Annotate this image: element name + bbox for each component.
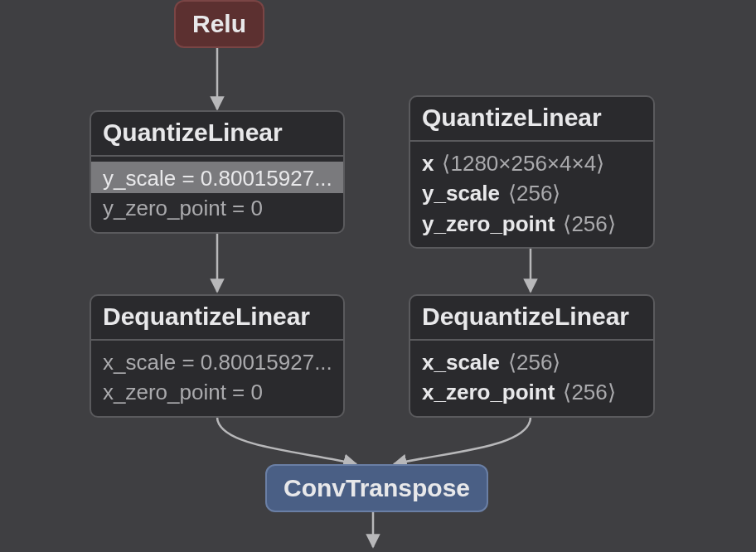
- node-quantize-left-body: y_scale = 0.80015927... y_zero_point = 0: [91, 157, 343, 232]
- param-xscale-r[interactable]: x_scale⟨256⟩: [422, 347, 642, 377]
- node-relu[interactable]: Relu: [174, 0, 264, 48]
- node-quantize-left-title: QuantizeLinear: [91, 112, 343, 157]
- param-yzero[interactable]: y_zero_point = 0: [103, 193, 332, 223]
- node-dequantize-left[interactable]: DequantizeLinear x_scale = 0.80015927...…: [90, 294, 345, 418]
- param-yscale[interactable]: y_scale = 0.80015927...: [91, 162, 343, 193]
- node-quantize-right-body: x⟨1280×256×4×4⟩ y_scale⟨256⟩ y_zero_poin…: [410, 142, 653, 247]
- node-dequantize-right-title: DequantizeLinear: [410, 296, 653, 341]
- graph-canvas: Relu QuantizeLinear y_scale = 0.80015927…: [0, 0, 756, 552]
- node-dequantize-right[interactable]: DequantizeLinear x_scale⟨256⟩ x_zero_poi…: [409, 294, 655, 418]
- param-xzero[interactable]: x_zero_point = 0: [103, 377, 332, 407]
- param-yzero-r[interactable]: y_zero_point⟨256⟩: [422, 209, 642, 239]
- param-xscale[interactable]: x_scale = 0.80015927...: [103, 347, 332, 377]
- node-dequantize-left-title: DequantizeLinear: [91, 296, 343, 341]
- param-xzero-r[interactable]: x_zero_point⟨256⟩: [422, 377, 642, 407]
- node-relu-label: Relu: [192, 10, 246, 37]
- node-convtranspose[interactable]: ConvTranspose: [265, 464, 488, 512]
- node-quantize-right[interactable]: QuantizeLinear x⟨1280×256×4×4⟩ y_scale⟨2…: [409, 95, 655, 249]
- node-dequantize-right-body: x_scale⟨256⟩ x_zero_point⟨256⟩: [410, 341, 653, 416]
- node-quantize-right-title: QuantizeLinear: [410, 97, 653, 142]
- node-dequantize-left-body: x_scale = 0.80015927... x_zero_point = 0: [91, 341, 343, 416]
- node-convtranspose-label: ConvTranspose: [284, 474, 470, 501]
- node-quantize-left[interactable]: QuantizeLinear y_scale = 0.80015927... y…: [90, 110, 345, 234]
- param-x[interactable]: x⟨1280×256×4×4⟩: [422, 148, 642, 178]
- param-yscale-r[interactable]: y_scale⟨256⟩: [422, 178, 642, 208]
